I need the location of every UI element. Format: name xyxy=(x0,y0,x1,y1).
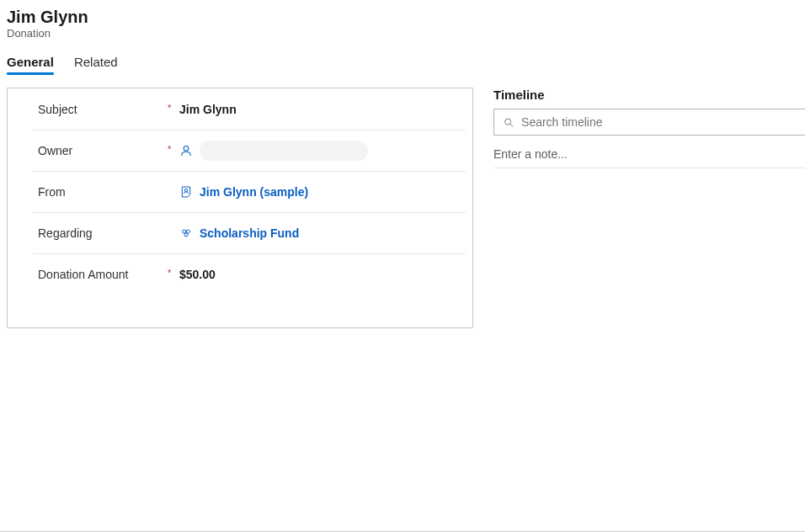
entity-type-label: Donation xyxy=(7,27,798,40)
search-icon xyxy=(503,116,514,129)
svg-line-6 xyxy=(510,124,514,127)
svg-point-3 xyxy=(186,230,189,233)
svg-point-1 xyxy=(184,189,187,191)
svg-point-5 xyxy=(505,119,511,125)
contact-icon xyxy=(179,185,193,199)
field-label-owner: Owner * xyxy=(38,144,179,157)
svg-point-2 xyxy=(183,230,186,233)
field-value-regarding[interactable]: Scholarship Fund xyxy=(179,226,299,240)
required-mark: * xyxy=(168,103,171,113)
timeline-search-input[interactable] xyxy=(521,115,797,129)
svg-point-0 xyxy=(184,146,189,151)
timeline-search[interactable] xyxy=(493,109,805,136)
tab-general[interactable]: General xyxy=(7,55,54,74)
field-label-from: From xyxy=(38,185,179,199)
tab-bar: General Related xyxy=(0,40,805,74)
svg-point-4 xyxy=(184,233,188,237)
campaign-icon xyxy=(179,226,193,240)
field-label-regarding: Regarding xyxy=(38,226,179,240)
field-value-amount: $50.00 xyxy=(179,268,216,281)
field-regarding[interactable]: Regarding Scholarship Fund xyxy=(8,212,472,253)
timeline-note-input[interactable]: Enter a note... xyxy=(493,147,805,168)
field-subject[interactable]: Subject * Jim Glynn xyxy=(8,88,472,130)
timeline-title: Timeline xyxy=(493,88,805,102)
form-card: Subject * Jim Glynn Owner * From xyxy=(7,88,473,328)
required-mark: * xyxy=(168,144,171,154)
tab-related[interactable]: Related xyxy=(74,55,118,74)
field-label-amount: Donation Amount * xyxy=(38,268,179,281)
page-title: Jim Glynn xyxy=(7,7,798,27)
field-value-from[interactable]: Jim Glynn (sample) xyxy=(179,185,308,199)
field-value-owner xyxy=(179,141,368,161)
timeline-panel: Timeline Enter a note... xyxy=(493,88,805,328)
field-label-subject: Subject * xyxy=(38,103,179,116)
field-owner[interactable]: Owner * xyxy=(8,130,472,171)
field-donation-amount[interactable]: Donation Amount * $50.00 xyxy=(8,253,472,295)
field-from[interactable]: From Jim Glynn (sample) xyxy=(8,171,472,212)
owner-value-placeholder xyxy=(200,141,368,161)
required-mark: * xyxy=(168,268,171,278)
person-icon xyxy=(179,144,193,157)
field-value-subject: Jim Glynn xyxy=(179,103,237,116)
